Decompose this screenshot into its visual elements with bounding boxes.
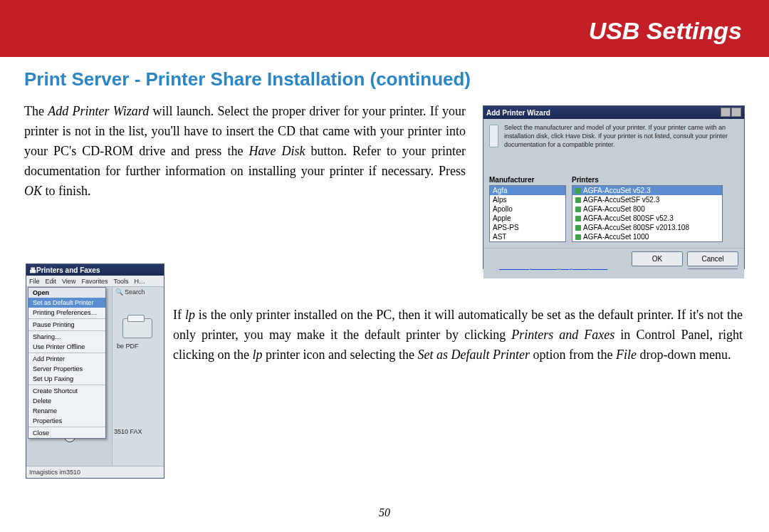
cancel-button[interactable]: Cancel [687, 251, 738, 266]
file-dropdown-menu: Open Set as Default Printer Printing Pre… [28, 287, 106, 439]
window-title: Printers and Faxes [36, 266, 100, 274]
help-icon[interactable] [721, 108, 731, 117]
menu-sharing[interactable]: Sharing… [28, 332, 105, 342]
wizard-instruction: Select the manufacturer and model of you… [504, 123, 738, 169]
menu-pause-printing[interactable]: Pause Printing [28, 320, 105, 330]
window-menubar: File Edit View Favorites Tools H… [26, 276, 164, 287]
menu-set-default[interactable]: Set as Default Printer [28, 298, 105, 308]
em-add-printer-wizard: Add Printer Wizard [48, 104, 149, 118]
paragraph-2: If lp is the only printer installed on t… [173, 305, 743, 365]
search-label[interactable]: Search [115, 288, 145, 296]
menu-open[interactable]: Open [28, 288, 105, 298]
ok-button[interactable]: OK [632, 251, 683, 266]
text: The [24, 104, 48, 118]
list-item[interactable]: AST [490, 232, 565, 241]
section-title: Print Server - Printer Share Installatio… [24, 68, 471, 90]
menu-close[interactable]: Close [28, 428, 105, 438]
menu-create-shortcut[interactable]: Create Shortcut [28, 386, 105, 396]
menu-printing-prefs[interactable]: Printing Preferences… [28, 308, 105, 318]
list-item[interactable]: AGFA-AccuSet 1000 [572, 232, 722, 241]
figure-printers-and-faxes: 🖶 Printers and Faxes File Edit View Favo… [26, 264, 164, 479]
text: drop-down menu. [637, 348, 731, 362]
text: If [173, 308, 185, 322]
menu-use-offline[interactable]: Use Printer Offline [28, 342, 105, 352]
printer-icon[interactable] [122, 314, 154, 340]
em-lp: lp [185, 308, 195, 322]
em-set-as-default: Set as Default Printer [417, 348, 529, 362]
list-item[interactable]: APS-PS [490, 223, 565, 232]
manufacturer-label: Manufacturer [489, 176, 566, 184]
list-item[interactable]: AGFA-AccuSet 800 [572, 204, 722, 214]
page-number: 50 [0, 506, 769, 519]
list-item[interactable]: AGFA-AccuSet 800SF v52.3 [572, 214, 722, 223]
printers-list[interactable]: AGFA-AccuSet v52.3 AGFA-AccuSetSF v52.3 … [572, 185, 723, 242]
menu-setup-faxing[interactable]: Set Up Faxing [28, 374, 105, 384]
figure-add-printer-wizard: Add Printer Wizard Select the manufactur… [483, 105, 745, 269]
menu-help[interactable]: H… [134, 278, 145, 285]
menu-edit[interactable]: Edit [46, 278, 57, 285]
list-item[interactable]: Alps [490, 195, 565, 204]
menu-properties[interactable]: Properties [28, 416, 105, 426]
menu-delete[interactable]: Delete [28, 396, 105, 406]
printer-label: 3510 FAX [114, 428, 171, 435]
header-title: USB Settings [589, 17, 742, 45]
printer-label: be PDF [117, 343, 174, 350]
em-printers-and-faxes: Printers and Faxes [511, 328, 614, 342]
wizard-titlebar: Add Printer Wizard [483, 106, 744, 119]
menu-server-properties[interactable]: Server Properties [28, 364, 105, 374]
text: option from the [530, 348, 616, 362]
em-file: File [616, 348, 637, 362]
em-have-disk: Have Disk [249, 144, 305, 158]
list-item[interactable]: Apollo [490, 204, 565, 214]
menu-view[interactable]: View [62, 278, 75, 285]
list-item[interactable]: Apple [490, 214, 565, 223]
wizard-title: Add Printer Wizard [486, 109, 550, 117]
em-ok: OK [24, 184, 42, 198]
paragraph-1: The Add Printer Wizard will launch. Sele… [24, 101, 466, 201]
right-pane: Search be PDF 3510 FAX [112, 287, 164, 466]
window-buttons [720, 108, 741, 118]
menu-rename[interactable]: Rename [28, 406, 105, 416]
status-bar: Imagistics im3510 [26, 466, 164, 478]
list-item[interactable]: AGFA-AccuSet v52.3 [572, 186, 722, 195]
menu-add-printer[interactable]: Add Printer [28, 354, 105, 364]
em-lp: lp [252, 348, 262, 362]
wizard-body: Manufacturer Agfa Alps Apollo Apple APS-… [483, 173, 744, 254]
printers-label: Printers [572, 176, 723, 184]
list-item[interactable]: AGFA-AccuSet 800SF v2013.108 [572, 223, 722, 232]
list-item[interactable]: AGFA-AccuSetSF v52.3 [572, 195, 722, 204]
window-titlebar: 🖶 Printers and Faxes [26, 264, 164, 276]
window-body: Search be PDF 3510 FAX Open Set as Defau… [26, 287, 164, 466]
menu-tools[interactable]: Tools [113, 278, 128, 285]
menu-favorites[interactable]: Favorites [81, 278, 108, 285]
close-icon[interactable] [731, 108, 741, 117]
printer-icon [489, 125, 498, 147]
list-item[interactable]: Agfa [490, 186, 565, 195]
wizard-action-bar: OK Cancel [483, 248, 744, 268]
manufacturer-list[interactable]: Agfa Alps Apollo Apple APS-PS AST [489, 185, 566, 242]
menu-file[interactable]: File [29, 278, 40, 285]
wizard-header: Select the manufacturer and model of you… [483, 119, 744, 173]
text: printer icon and selecting the [263, 348, 418, 362]
text: to finish. [42, 184, 91, 198]
